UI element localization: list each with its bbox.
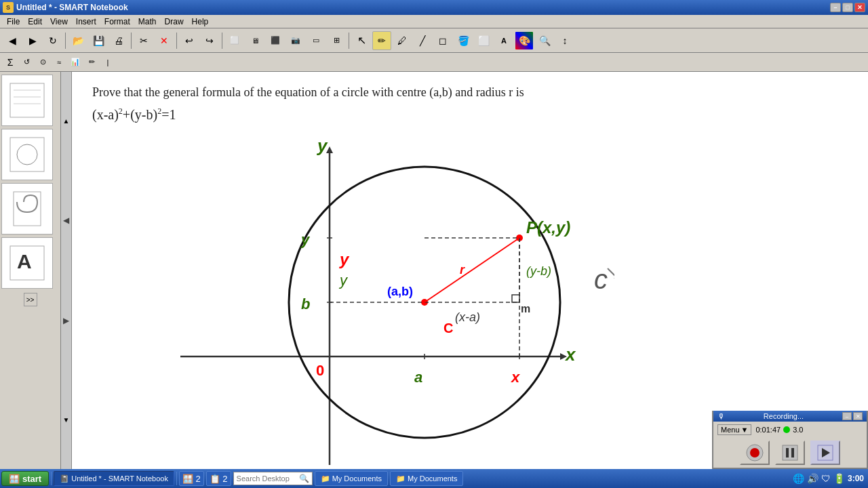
- recording-title-bar: 🎙 Recording... – ✕: [713, 411, 867, 422]
- taskbar-time: 3:00: [848, 474, 864, 483]
- svg-rect-48: [783, 445, 797, 460]
- undo-button[interactable]: ↩: [180, 31, 199, 50]
- camera-button[interactable]: 📷: [286, 31, 305, 50]
- svg-point-47: [750, 448, 760, 458]
- print-button[interactable]: 🖨: [109, 31, 128, 50]
- table-button[interactable]: ⊞: [327, 31, 346, 50]
- svg-text:x: x: [564, 344, 576, 365]
- highlighter-button[interactable]: 🖊: [393, 31, 412, 50]
- recording-win-controls: – ✕: [842, 412, 863, 420]
- close-button[interactable]: ✕: [854, 3, 865, 12]
- separator: [222, 33, 222, 49]
- recording-level-indicator: [783, 426, 790, 433]
- eraser-button[interactable]: ⬜: [474, 31, 493, 50]
- pan-button[interactable]: ↕: [555, 31, 574, 50]
- forward-button[interactable]: ▶: [23, 31, 42, 50]
- recording-panel: 🎙 Recording... – ✕ Menu ▼ 0:01:47 3.0: [712, 411, 868, 469]
- cut-button[interactable]: ✂: [134, 31, 153, 50]
- shape-draw-button[interactable]: ◻: [433, 31, 452, 50]
- fill-button[interactable]: 🪣: [454, 31, 473, 50]
- taskbar-docs[interactable]: 📋 2: [206, 471, 231, 486]
- search-input[interactable]: [237, 474, 298, 483]
- tray-battery: 🔋: [833, 473, 845, 484]
- chart-button[interactable]: 📊: [68, 55, 83, 70]
- sidebar-page-tab[interactable]: [1, 75, 53, 126]
- screen-button[interactable]: ⬛: [266, 31, 285, 50]
- menu-file[interactable]: File: [3, 16, 24, 28]
- color-button[interactable]: 🎨: [515, 31, 534, 50]
- menu-math[interactable]: Math: [134, 16, 161, 28]
- recording-minimize-btn[interactable]: –: [842, 412, 852, 420]
- svg-text:m: m: [521, 303, 530, 314]
- recording-title-text: Recording...: [764, 412, 804, 420]
- taskbar-separator2: [176, 472, 177, 485]
- recording-play-button[interactable]: [810, 441, 840, 465]
- select-button[interactable]: ↖: [352, 31, 371, 50]
- approx-button[interactable]: ≈: [52, 55, 66, 70]
- back-button[interactable]: ◀: [3, 31, 22, 50]
- svg-text:A: A: [17, 250, 32, 272]
- pen-button[interactable]: ✏: [372, 31, 391, 50]
- nav-arrow-right[interactable]: ▶: [63, 316, 69, 325]
- menu-edit[interactable]: Edit: [24, 16, 46, 28]
- open-button[interactable]: 📂: [68, 31, 87, 50]
- menu-insert[interactable]: Insert: [72, 16, 100, 28]
- menu-draw[interactable]: Draw: [161, 16, 188, 28]
- svg-rect-6: [14, 192, 41, 226]
- line-button[interactable]: ╱: [413, 31, 432, 50]
- formula-text: (x-a)2+(y-b)2=1: [92, 106, 848, 123]
- taskbar-item-notebook[interactable]: 📓 Untitled * - SMART Notebook: [54, 471, 174, 486]
- redo-button[interactable]: ↪: [200, 31, 219, 50]
- window-controls: – □ ✕: [830, 3, 865, 12]
- circle-button[interactable]: ⊙: [35, 55, 50, 70]
- sidebar-attachments-tab[interactable]: [1, 183, 53, 235]
- rotate-button[interactable]: ↺: [19, 55, 34, 70]
- recording-controls: Menu ▼ 0:01:47 3.0: [713, 422, 867, 438]
- tray-sound: 🔊: [807, 473, 818, 484]
- svg-text:(x-a): (x-a): [455, 310, 480, 324]
- search-bar: 🔍: [233, 472, 313, 485]
- recording-close-btn[interactable]: ✕: [853, 412, 863, 420]
- toolbar-primary: ◀ ▶ ↻ 📂 💾 🖨 ✂ ✕ ↩ ↪ ⬜ 🖥 ⬛ 📷 ▭ ⊞ ↖ ✏ 🖊 ╱ …: [0, 28, 868, 53]
- menu-view[interactable]: View: [46, 16, 72, 28]
- text-button[interactable]: A: [494, 31, 513, 50]
- refresh-button[interactable]: ↻: [43, 31, 62, 50]
- svg-marker-12: [326, 146, 333, 153]
- minimize-button[interactable]: –: [830, 3, 841, 12]
- recording-icon: 🎙: [717, 412, 725, 420]
- monitor-button[interactable]: 🖥: [245, 31, 264, 50]
- delete-button[interactable]: ✕: [155, 31, 174, 50]
- search-icon[interactable]: 🔍: [299, 474, 309, 483]
- recording-pause-button[interactable]: [775, 441, 805, 465]
- svg-rect-0: [10, 83, 44, 117]
- fullscreen-button[interactable]: ⬜: [225, 31, 244, 50]
- sigma-button[interactable]: Σ: [3, 55, 18, 70]
- recording-menu-dropdown[interactable]: Menu ▼: [717, 424, 751, 435]
- svg-line-40: [608, 268, 614, 282]
- sidebar-text-tab[interactable]: A: [1, 237, 53, 289]
- zoom-button[interactable]: 🔍: [535, 31, 554, 50]
- recording-stop-button[interactable]: [740, 441, 770, 465]
- svg-text:y: y: [300, 231, 311, 248]
- sidebar-image-tab[interactable]: [1, 129, 53, 180]
- start-button[interactable]: 🪟 start: [1, 471, 49, 486]
- bracket-button[interactable]: |: [100, 55, 115, 70]
- pencil2-button[interactable]: ✏: [84, 55, 99, 70]
- nav-arrow-left[interactable]: ◀: [63, 216, 69, 225]
- sidebar-expand[interactable]: >>: [24, 293, 37, 306]
- save-button[interactable]: 💾: [89, 31, 108, 50]
- scroll-down[interactable]: ▼: [63, 416, 70, 424]
- maximize-button[interactable]: □: [842, 3, 853, 12]
- menu-bar: File Edit View Insert Format Math Draw H…: [0, 15, 868, 28]
- math-diagram: x y 0 a x y b (a,b) (y-b) (x-a): [140, 126, 614, 469]
- taskbar-mydocs2[interactable]: 📁 My Documents: [390, 471, 463, 486]
- svg-text:(a,b): (a,b): [387, 285, 413, 298]
- taskbar-mydocs[interactable]: 📁 My Documents: [315, 471, 388, 486]
- menu-help[interactable]: Help: [188, 16, 213, 28]
- menu-format[interactable]: Format: [100, 16, 134, 28]
- scroll-up[interactable]: ▲: [63, 117, 70, 125]
- taskbar-windows[interactable]: 🪟 2: [179, 471, 204, 486]
- shape-button[interactable]: ▭: [307, 31, 326, 50]
- separator: [65, 33, 66, 49]
- separator: [131, 33, 132, 49]
